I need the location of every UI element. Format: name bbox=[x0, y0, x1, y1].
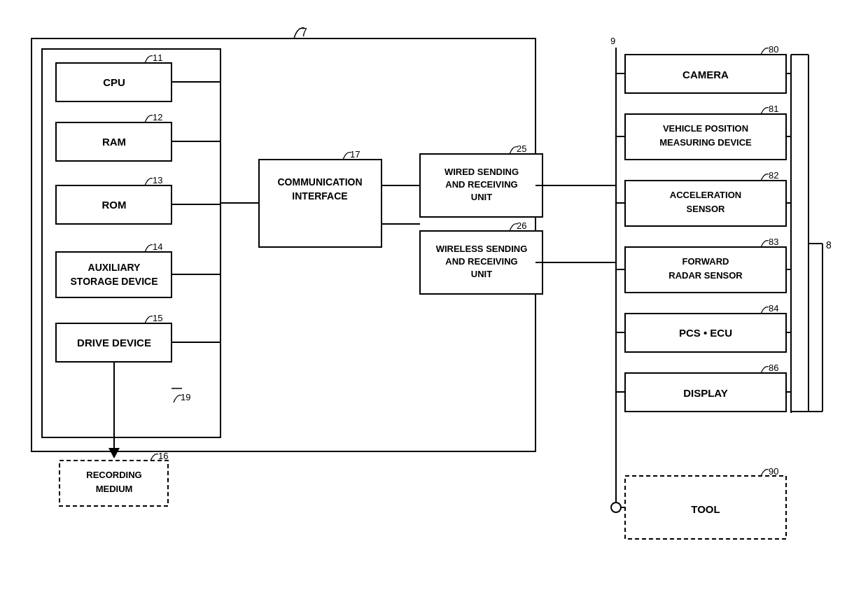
svg-text:12: 12 bbox=[153, 112, 162, 122]
svg-text:84: 84 bbox=[769, 303, 778, 314]
svg-text:TOOL: TOOL bbox=[691, 503, 720, 515]
svg-text:FORWARD: FORWARD bbox=[682, 256, 729, 267]
svg-text:MEASURING DEVICE: MEASURING DEVICE bbox=[659, 137, 752, 148]
svg-text:15: 15 bbox=[153, 313, 162, 323]
svg-text:INTERFACE: INTERFACE bbox=[292, 190, 347, 202]
svg-text:86: 86 bbox=[769, 363, 778, 373]
svg-text:81: 81 bbox=[769, 104, 778, 114]
diagram-svg: 7 CPU 11 RAM 12 ROM 13 AUXILIARY STORAGE… bbox=[0, 0, 868, 604]
svg-text:17: 17 bbox=[350, 149, 360, 160]
svg-text:82: 82 bbox=[769, 170, 778, 181]
svg-text:14: 14 bbox=[153, 241, 162, 252]
svg-text:DRIVE DEVICE: DRIVE DEVICE bbox=[77, 337, 151, 349]
svg-text:RECORDING: RECORDING bbox=[86, 470, 141, 480]
svg-text:MEDIUM: MEDIUM bbox=[96, 484, 133, 494]
svg-text:STORAGE DEVICE: STORAGE DEVICE bbox=[71, 276, 158, 287]
svg-text:AND RECEIVING: AND RECEIVING bbox=[445, 256, 517, 267]
svg-text:8: 8 bbox=[826, 239, 832, 251]
diagram: 7 CPU 11 RAM 12 ROM 13 AUXILIARY STORAGE… bbox=[0, 0, 868, 604]
svg-text:26: 26 bbox=[517, 220, 526, 231]
svg-marker-45 bbox=[108, 448, 120, 458]
svg-text:83: 83 bbox=[769, 237, 778, 247]
svg-text:13: 13 bbox=[153, 175, 162, 185]
svg-text:AND RECEIVING: AND RECEIVING bbox=[445, 179, 517, 190]
svg-point-101 bbox=[611, 503, 621, 512]
svg-text:ACCELERATION: ACCELERATION bbox=[670, 190, 741, 200]
svg-text:90: 90 bbox=[769, 466, 778, 477]
svg-text:19: 19 bbox=[181, 392, 190, 402]
svg-text:11: 11 bbox=[153, 52, 162, 63]
svg-text:CAMERA: CAMERA bbox=[682, 69, 729, 80]
svg-text:COMMUNICATION: COMMUNICATION bbox=[277, 176, 362, 188]
svg-text:UNIT: UNIT bbox=[471, 192, 492, 202]
svg-text:UNIT: UNIT bbox=[471, 269, 492, 279]
svg-text:RAM: RAM bbox=[102, 136, 126, 148]
svg-text:WIRELESS SENDING: WIRELESS SENDING bbox=[436, 244, 528, 254]
svg-text:PCS • ECU: PCS • ECU bbox=[679, 327, 732, 339]
svg-text:RADAR SENSOR: RADAR SENSOR bbox=[668, 270, 743, 281]
svg-text:WIRED SENDING: WIRED SENDING bbox=[444, 167, 519, 177]
svg-text:VEHICLE POSITION: VEHICLE POSITION bbox=[663, 123, 748, 134]
svg-text:80: 80 bbox=[769, 44, 778, 55]
svg-text:ROM: ROM bbox=[102, 199, 127, 211]
svg-rect-12 bbox=[56, 252, 172, 297]
svg-rect-26 bbox=[259, 160, 382, 247]
svg-text:9: 9 bbox=[610, 36, 615, 46]
svg-text:SENSOR: SENSOR bbox=[687, 204, 726, 214]
svg-text:25: 25 bbox=[517, 143, 526, 154]
svg-text:AUXILIARY: AUXILIARY bbox=[88, 262, 141, 273]
svg-text:DISPLAY: DISPLAY bbox=[683, 387, 728, 399]
svg-text:CPU: CPU bbox=[103, 76, 125, 88]
svg-rect-2 bbox=[42, 49, 220, 437]
svg-text:16: 16 bbox=[158, 451, 168, 461]
